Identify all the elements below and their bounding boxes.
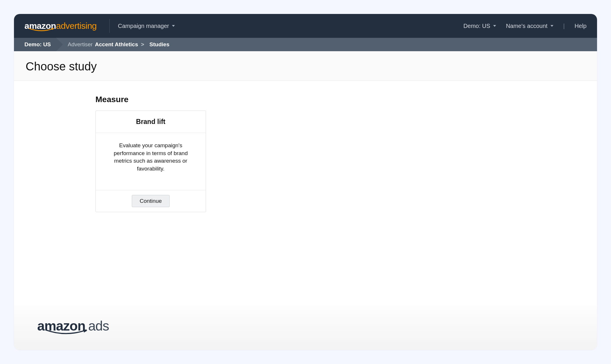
footer: amazon ads: [14, 306, 597, 350]
breadcrumb-bar: Demo: US Advertiser Accent Athletics > S…: [14, 38, 597, 51]
breadcrumb-demo-label: Demo: US: [24, 41, 51, 48]
account-label: Name's account: [506, 23, 548, 29]
logo-secondary-text: advertising: [56, 22, 97, 30]
nav-right: Demo: US Name's account | Help: [463, 23, 587, 29]
brand-logo[interactable]: amazonadvertising: [24, 22, 97, 30]
account-dropdown[interactable]: Name's account: [506, 23, 553, 29]
card-header: Brand lift: [96, 111, 206, 133]
campaign-manager-dropdown[interactable]: Campaign manager: [118, 23, 175, 29]
breadcrumb-advertiser-link[interactable]: Accent Athletics: [95, 41, 138, 48]
card-body: Evaluate your campaign's performance in …: [96, 133, 206, 190]
breadcrumb-studies-link[interactable]: Studies: [150, 41, 170, 48]
demo-region-label: Demo: US: [463, 23, 490, 29]
footer-logo[interactable]: amazon ads: [37, 319, 574, 333]
page-title: Choose study: [26, 60, 585, 73]
help-label: Help: [575, 23, 587, 29]
help-link[interactable]: Help: [575, 23, 587, 29]
page-header: Choose study: [14, 51, 597, 81]
card-footer: Continue: [96, 190, 206, 212]
caret-down-icon: [493, 25, 496, 27]
caret-down-icon: [172, 25, 175, 27]
top-nav: amazonadvertising Campaign manager Demo:…: [14, 14, 597, 38]
amazon-smile-icon: [29, 28, 54, 32]
card-description: Evaluate your campaign's performance in …: [114, 142, 188, 172]
app-frame: amazonadvertising Campaign manager Demo:…: [14, 14, 597, 350]
nav-divider: [109, 19, 110, 33]
amazon-smile-icon: [45, 329, 87, 335]
footer-logo-secondary: ads: [88, 319, 109, 333]
breadcrumb-advertiser-name: Accent Athletics: [95, 41, 138, 47]
section-title: Measure: [95, 95, 585, 104]
nav-separator: |: [563, 23, 565, 29]
chevron-right-icon: >: [141, 41, 144, 48]
breadcrumb-studies-label: Studies: [150, 41, 170, 47]
breadcrumb-demo[interactable]: Demo: US: [14, 38, 56, 51]
breadcrumb-advertiser-label: Advertiser: [68, 41, 93, 48]
caret-down-icon: [550, 25, 553, 27]
campaign-manager-label: Campaign manager: [118, 23, 169, 29]
continue-button[interactable]: Continue: [132, 195, 170, 207]
main-content: Measure Brand lift Evaluate your campaig…: [14, 81, 597, 306]
demo-region-dropdown[interactable]: Demo: US: [463, 23, 496, 29]
continue-label: Continue: [140, 198, 162, 204]
card-title: Brand lift: [100, 118, 201, 126]
brand-lift-card: Brand lift Evaluate your campaign's perf…: [95, 111, 206, 212]
